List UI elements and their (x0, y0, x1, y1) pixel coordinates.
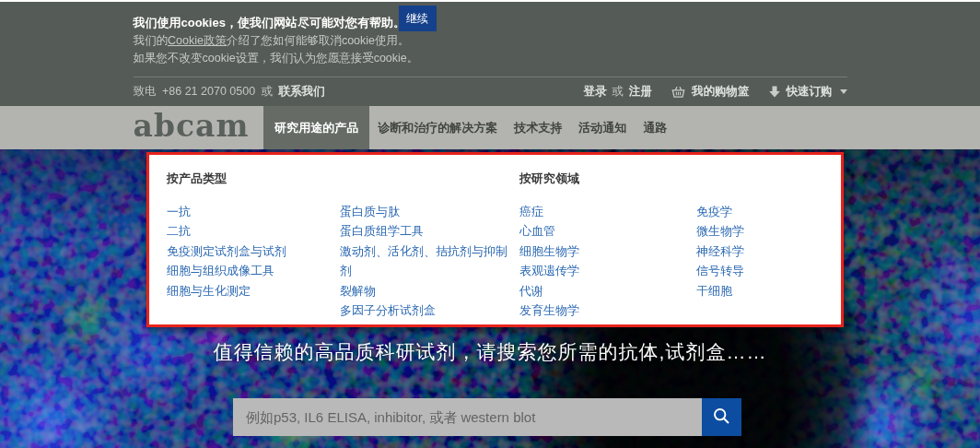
cookie-policy-link[interactable]: Cookie政策 (168, 34, 227, 47)
link-cell-tissue-imaging[interactable]: 细胞与组织成像工具 (167, 264, 274, 277)
login-register: 登录 或 注册 (584, 84, 653, 100)
list-item: 心血管 (519, 221, 696, 241)
link-neuroscience[interactable]: 神经科学 (696, 244, 744, 258)
contact-us-link[interactable]: 联系我们 (279, 85, 325, 98)
search-bar (233, 398, 741, 436)
cookie-line2-prefix: 我们的 (134, 34, 169, 47)
cookie-continue-button[interactable]: 继续 (399, 6, 437, 31)
basket-icon (671, 85, 686, 100)
link-metabolism[interactable]: 代谢 (519, 284, 543, 298)
main-navbar: abcam 研究用途的产品 诊断和治疗的解决方案 技术支持 活动通知 通路 (0, 106, 980, 149)
link-microbiology[interactable]: 微生物学 (696, 224, 744, 238)
list-item: 激动剂、活化剂、拮抗剂与抑制剂 (340, 242, 515, 281)
cookie-line-3: 如果您不改变cookie设置，我们认为您愿意接受cookie。 (134, 50, 847, 67)
list-item: 二抗 (167, 221, 340, 241)
top-banner: 我们使用cookies，使我们网站尽可能对您有帮助。 我们的Cookie政策介绍… (0, 2, 980, 106)
hero-headline: 值得信赖的高品质科研试剂，请搜索您所需的抗体,试剂盒…… (0, 339, 980, 365)
link-agonists-inhibitors[interactable]: 激动剂、活化剂、拮抗剂与抑制剂 (340, 244, 508, 277)
link-cell-biochemical-assays[interactable]: 细胞与生化测定 (167, 284, 251, 298)
link-immunology[interactable]: 免疫学 (696, 205, 732, 218)
nav-tab-products-research[interactable]: 研究用途的产品 (263, 106, 369, 149)
login-link[interactable]: 登录 (584, 84, 607, 100)
list-item: 蛋白质与肽 (340, 202, 515, 221)
list-item: 干细胞 (696, 281, 744, 301)
link-immunoassay-kits[interactable]: 免疫测定试剂盒与试剂 (167, 244, 286, 258)
list-item: 细胞与生化测定 (167, 281, 340, 301)
basket-link[interactable]: 我的购物篮 (692, 84, 750, 100)
link-cardiovascular[interactable]: 心血管 (519, 224, 555, 238)
research-area-column-2: 免疫学 微生物学 神经科学 信号转导 干细胞 (696, 202, 744, 320)
list-item: 表观遗传学 (519, 261, 696, 280)
cookie-line-2: 我们的Cookie政策介绍了您如何能够取消cookie使用。 (134, 32, 847, 50)
product-type-column-1: 一抗 二抗 免疫测定试剂盒与试剂 细胞与组织成像工具 细胞与生化测定 (167, 202, 340, 320)
nav-tab-pathways[interactable]: 通路 (635, 106, 675, 149)
list-item: 发育生物学 (519, 301, 696, 320)
list-item: 免疫测定试剂盒与试剂 (167, 242, 340, 261)
link-lysates[interactable]: 裂解物 (340, 284, 376, 298)
cookie-line2-suffix: 介绍了您如何能够取消cookie使用。 (227, 34, 410, 47)
list-item: 多因子分析试剂盒 (340, 301, 515, 320)
list-item: 裂解物 (340, 281, 515, 301)
cookie-title: 我们使用cookies，使我们网站尽可能对您有帮助。 (134, 14, 847, 32)
link-secondary-antibodies[interactable]: 二抗 (167, 224, 191, 238)
product-type-header: 按产品类型 (167, 171, 519, 187)
list-item: 微生物学 (696, 221, 744, 241)
link-proteomics-tools[interactable]: 蛋白质组学工具 (340, 224, 424, 238)
research-area-header: 按研究领域 (519, 171, 841, 187)
link-stem-cells[interactable]: 干细胞 (696, 284, 732, 298)
link-developmental-biology[interactable]: 发育生物学 (519, 303, 579, 317)
list-item: 细胞与组织成像工具 (167, 261, 340, 280)
my-basket[interactable]: 我的购物篮 (671, 84, 750, 100)
link-primary-antibodies[interactable]: 一抗 (167, 205, 191, 218)
contact-phone: 致电 +86 21 2070 0500 或 联系我们 (134, 84, 325, 100)
product-type-column-2: 蛋白质与肽 蛋白质组学工具 激动剂、活化剂、拮抗剂与抑制剂 裂解物 多因子分析试… (340, 202, 515, 320)
or-word: 或 (262, 85, 274, 98)
list-item: 癌症 (519, 202, 696, 221)
quick-order[interactable]: 快速订购 (768, 84, 847, 100)
account-links: 登录 或 注册 我的购物篮 (571, 84, 847, 100)
quick-order-link[interactable]: 快速订购 (787, 84, 833, 100)
products-mega-menu: 按产品类型 一抗 二抗 免疫测定试剂盒与试剂 细胞与组织成像工具 细胞与生化测定… (146, 152, 844, 327)
utility-bar: 致电 +86 21 2070 0500 或 联系我们 登录 或 注册 (134, 77, 847, 106)
research-area-column-1: 癌症 心血管 细胞生物学 表观遗传学 代谢 发育生物学 (519, 202, 696, 320)
caret-down-icon (840, 89, 847, 94)
arrow-down-icon (768, 85, 781, 99)
list-item: 蛋白质组学工具 (340, 221, 515, 241)
list-item: 免疫学 (696, 202, 744, 221)
list-item: 细胞生物学 (519, 242, 696, 261)
nav-tab-technical-support[interactable]: 技术支持 (506, 106, 570, 149)
link-cancer[interactable]: 癌症 (519, 205, 543, 218)
link-multiplex-assay-kits[interactable]: 多因子分析试剂盒 (340, 303, 436, 317)
list-item: 信号转导 (696, 261, 744, 280)
cookie-notice: 我们使用cookies，使我们网站尽可能对您有帮助。 我们的Cookie政策介绍… (134, 2, 847, 77)
mega-menu-section-research-area: 按研究领域 癌症 心血管 细胞生物学 表观遗传学 代谢 发育生物学 免疫学 微生… (519, 171, 841, 324)
search-icon (712, 407, 731, 429)
mega-menu-section-product-type: 按产品类型 一抗 二抗 免疫测定试剂盒与试剂 细胞与组织成像工具 细胞与生化测定… (167, 171, 519, 324)
abcam-logo[interactable]: abcam (134, 106, 250, 149)
list-item: 代谢 (519, 281, 696, 301)
link-cell-biology[interactable]: 细胞生物学 (519, 244, 579, 258)
nav-tab-diagnostics-therapeutics[interactable]: 诊断和治疗的解决方案 (369, 106, 506, 149)
primary-nav: 研究用途的产品 诊断和治疗的解决方案 技术支持 活动通知 通路 (263, 106, 675, 149)
or-word-2: 或 (612, 84, 624, 100)
link-signal-transduction[interactable]: 信号转导 (696, 264, 744, 277)
list-item: 一抗 (167, 202, 340, 221)
phone-number: +86 21 2070 0500 (162, 85, 255, 98)
search-input[interactable] (233, 398, 702, 436)
register-link[interactable]: 注册 (629, 84, 652, 100)
search-button[interactable] (702, 398, 741, 436)
call-prefix: 致电 (134, 85, 157, 98)
link-proteins-peptides[interactable]: 蛋白质与肽 (340, 205, 400, 218)
list-item: 神经科学 (696, 242, 744, 261)
nav-tab-events[interactable]: 活动通知 (570, 106, 635, 149)
link-epigenetics[interactable]: 表观遗传学 (519, 264, 579, 277)
hero-section: 按产品类型 一抗 二抗 免疫测定试剂盒与试剂 细胞与组织成像工具 细胞与生化测定… (0, 149, 980, 448)
